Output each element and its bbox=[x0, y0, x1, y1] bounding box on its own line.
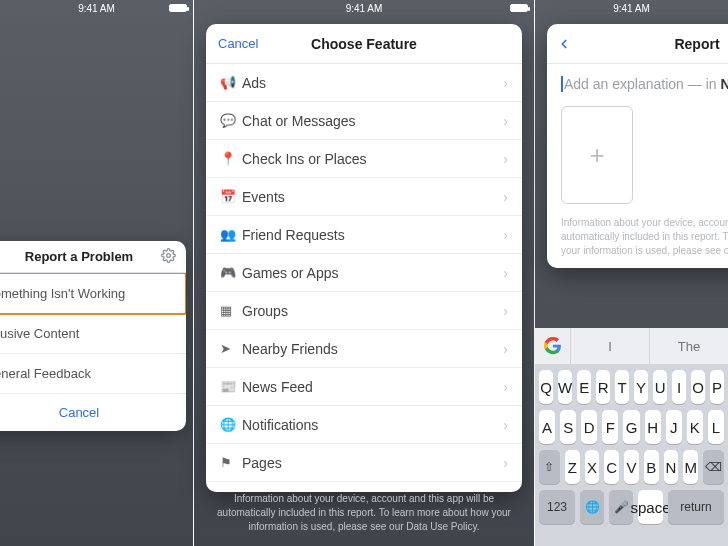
feature-row-check-ins-or-places[interactable]: 📍Check Ins or Places› bbox=[206, 140, 522, 178]
suggestion-2[interactable]: The bbox=[650, 328, 728, 364]
svg-point-0 bbox=[167, 254, 171, 258]
key-q[interactable]: Q bbox=[539, 370, 553, 404]
key-b[interactable]: B bbox=[644, 450, 659, 484]
keyboard-row-bottom: 123 🌐 🎤 space return bbox=[535, 484, 728, 530]
key-a[interactable]: A bbox=[539, 410, 555, 444]
feature-label: Ads bbox=[242, 75, 503, 91]
shift-key[interactable]: ⇧ bbox=[539, 450, 560, 484]
feature-row-games-or-apps[interactable]: 🎮Games or Apps› bbox=[206, 254, 522, 292]
feature-row-ads[interactable]: 📢Ads› bbox=[206, 64, 522, 102]
feature-label: News Feed bbox=[242, 379, 503, 395]
key-i[interactable]: I bbox=[672, 370, 686, 404]
report-problem-sheet: Report a Problem Something Isn't Working… bbox=[0, 241, 186, 431]
chevron-right-icon: › bbox=[503, 113, 508, 129]
keyboard-row-3: ⇧ZXCVBNM⌫ bbox=[535, 444, 728, 484]
cancel-button[interactable]: Cancel bbox=[0, 394, 186, 431]
chevron-right-icon: › bbox=[503, 379, 508, 395]
feature-row-pages[interactable]: ⚑Pages› bbox=[206, 444, 522, 482]
feature-label: Games or Apps bbox=[242, 265, 503, 281]
key-u[interactable]: U bbox=[653, 370, 667, 404]
gamepad-icon: 🎮 bbox=[220, 265, 242, 280]
battery-icon bbox=[510, 4, 528, 12]
key-z[interactable]: Z bbox=[565, 450, 580, 484]
keyboard: I The QWERTYUIOP ASDFGHJKL ⇧ZXCVBNM⌫ 123… bbox=[535, 328, 728, 546]
option-general-feedback[interactable]: General Feedback bbox=[0, 354, 186, 394]
gear-icon[interactable] bbox=[161, 248, 176, 263]
key-o[interactable]: O bbox=[691, 370, 705, 404]
key-k[interactable]: K bbox=[687, 410, 703, 444]
google-suggest-icon[interactable] bbox=[535, 328, 571, 364]
option-something-not-working[interactable]: Something Isn't Working bbox=[0, 272, 186, 315]
megaphone-icon: 📢 bbox=[220, 75, 242, 90]
feature-row-chat-or-messages[interactable]: 💬Chat or Messages› bbox=[206, 102, 522, 140]
feature-row-notifications[interactable]: 🌐Notifications› bbox=[206, 406, 522, 444]
numbers-key[interactable]: 123 bbox=[539, 490, 575, 524]
card-title: Report bbox=[674, 36, 719, 52]
feature-row-nearby-friends[interactable]: ➤Nearby Friends› bbox=[206, 330, 522, 368]
key-n[interactable]: N bbox=[664, 450, 679, 484]
chevron-right-icon: › bbox=[503, 265, 508, 281]
key-d[interactable]: D bbox=[581, 410, 597, 444]
feature-label: Groups bbox=[242, 303, 503, 319]
chevron-right-icon: › bbox=[503, 75, 508, 91]
feature-label: Pages bbox=[242, 455, 503, 471]
key-h[interactable]: H bbox=[645, 410, 661, 444]
key-j[interactable]: J bbox=[666, 410, 682, 444]
cancel-button[interactable]: Cancel bbox=[218, 36, 258, 51]
space-key[interactable]: space bbox=[638, 490, 663, 524]
feature-row-events[interactable]: 📅Events› bbox=[206, 178, 522, 216]
mic-key[interactable]: 🎤 bbox=[609, 490, 633, 524]
key-y[interactable]: Y bbox=[634, 370, 648, 404]
newsfeed-icon: 📰 bbox=[220, 379, 242, 394]
keyboard-row-2: ASDFGHJKL bbox=[535, 404, 728, 444]
status-time: 9:41 AM bbox=[78, 3, 115, 14]
choose-feature-modal: Cancel Choose Feature 📢Ads›💬Chat or Mess… bbox=[206, 24, 522, 492]
phone-screen-1: 9:41 AM Report a Problem Something Isn't… bbox=[0, 0, 193, 546]
key-t[interactable]: T bbox=[615, 370, 629, 404]
status-time: 9:41 AM bbox=[346, 3, 383, 14]
key-r[interactable]: R bbox=[596, 370, 610, 404]
feature-list[interactable]: 📢Ads›💬Chat or Messages›📍Check Ins or Pla… bbox=[206, 64, 522, 492]
friend-icon: 👥 bbox=[220, 227, 242, 242]
key-v[interactable]: V bbox=[624, 450, 639, 484]
return-key[interactable]: return bbox=[668, 490, 724, 524]
feature-row-photos[interactable]: 🖼Photos› bbox=[206, 482, 522, 492]
backspace-key[interactable]: ⌫ bbox=[703, 450, 724, 484]
back-button[interactable] bbox=[557, 35, 571, 53]
feature-row-friend-requests[interactable]: 👥Friend Requests› bbox=[206, 216, 522, 254]
explanation-input[interactable]: Add an explanation — in News Feed bbox=[547, 64, 728, 102]
modal-header: Cancel Choose Feature bbox=[206, 24, 522, 64]
suggestion-bar: I The bbox=[535, 328, 728, 364]
disclosure-text: Information about your device, account a… bbox=[547, 216, 728, 258]
key-f[interactable]: F bbox=[602, 410, 618, 444]
report-card: Report Add an explanation — in News Feed… bbox=[547, 24, 728, 268]
key-c[interactable]: C bbox=[604, 450, 619, 484]
add-attachment-button[interactable]: + bbox=[561, 106, 633, 204]
chevron-right-icon: › bbox=[503, 417, 508, 433]
plus-icon: + bbox=[589, 140, 604, 171]
key-w[interactable]: W bbox=[558, 370, 572, 404]
option-abusive-content[interactable]: Abusive Content bbox=[0, 314, 186, 354]
flag-icon: ⚑ bbox=[220, 455, 242, 470]
feature-row-groups[interactable]: ▦Groups› bbox=[206, 292, 522, 330]
card-header: Report bbox=[547, 24, 728, 64]
globe-key[interactable]: 🌐 bbox=[580, 490, 604, 524]
key-e[interactable]: E bbox=[577, 370, 591, 404]
chevron-right-icon: › bbox=[503, 151, 508, 167]
suggestion-1[interactable]: I bbox=[571, 328, 650, 364]
key-p[interactable]: P bbox=[710, 370, 724, 404]
globe-icon: 🌐 bbox=[220, 417, 242, 432]
phone-screen-2: 9:41 AM Cancel Choose Feature 📢Ads›💬Chat… bbox=[193, 0, 535, 546]
battery-icon bbox=[169, 4, 187, 12]
feature-label: Friend Requests bbox=[242, 227, 503, 243]
key-s[interactable]: S bbox=[560, 410, 576, 444]
pin-icon: 📍 bbox=[220, 151, 242, 166]
key-l[interactable]: L bbox=[708, 410, 724, 444]
key-x[interactable]: X bbox=[585, 450, 600, 484]
chevron-right-icon: › bbox=[503, 341, 508, 357]
key-g[interactable]: G bbox=[623, 410, 639, 444]
calendar-icon: 📅 bbox=[220, 189, 242, 204]
chevron-right-icon: › bbox=[503, 227, 508, 243]
feature-row-news-feed[interactable]: 📰News Feed› bbox=[206, 368, 522, 406]
key-m[interactable]: M bbox=[683, 450, 698, 484]
